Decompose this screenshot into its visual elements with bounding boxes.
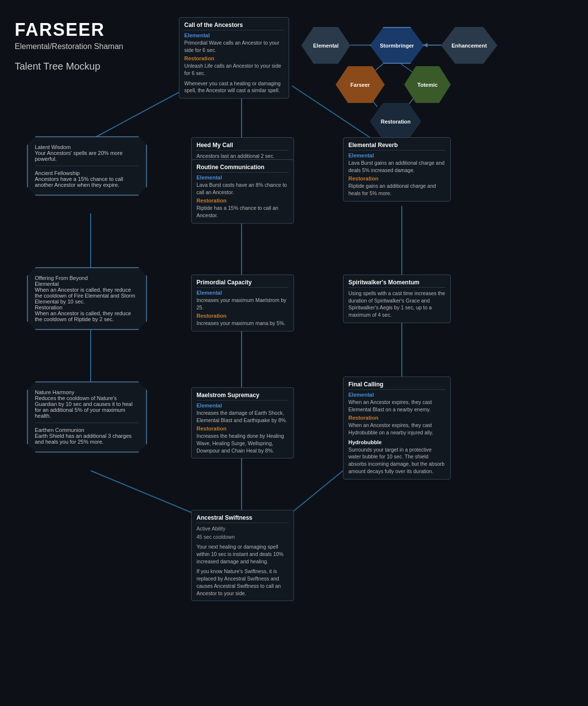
primordial-capacity-card: Primordial Capacity Elemental Increases … [191, 275, 294, 331]
svg-line-22 [292, 471, 343, 512]
call-of-ancestors-card: Call of the Ancestors Elemental Primordi… [179, 17, 289, 99]
title-sub: Elemental/Restoration Shaman [15, 42, 123, 51]
earthen-communion-title: Earthen Communion [35, 427, 139, 433]
hex-stormbringer[interactable]: Stormbringer [370, 27, 424, 64]
final-calling-title: Final Calling [348, 381, 445, 390]
maelstrom-supremacy-title: Maelstrom Supremacy [196, 392, 289, 401]
connector-lines [0, 0, 588, 706]
offering-from-beyond-card: Offering From Beyond Elemental When an A… [27, 267, 147, 330]
heed-my-call-title: Heed My Call [196, 142, 289, 151]
primordial-capacity-title: Primordial Capacity [196, 279, 289, 288]
routine-communication-card: Routine Communication Elemental Lava Bur… [191, 159, 294, 224]
latent-wisdom-title: Latent Wisdom [35, 144, 139, 150]
title-mockup: Talent Tree Mockup [15, 61, 123, 72]
page-wrapper: FARSEER Elemental/Restoration Shaman Tal… [0, 0, 588, 706]
offering-from-beyond-title: Offering From Beyond [35, 275, 139, 281]
hydrobubble-label: Hydrobubble [348, 439, 445, 445]
title-area: FARSEER Elemental/Restoration Shaman Tal… [15, 20, 123, 72]
call-of-ancestors-title: Call of the Ancestors [184, 22, 284, 30]
spiritwalker-momentum-title: Spiritwalker's Momentum [348, 279, 445, 288]
elemental-reverb-title: Elemental Reverb [348, 142, 445, 151]
nature-harmony-title: Nature Harmony [35, 389, 139, 395]
hex-elemental[interactable]: Elemental [301, 27, 350, 64]
maelstrom-supremacy-card: Maelstrom Supremacy Elemental Increases … [191, 387, 294, 458]
hex-farseer[interactable]: Farseer [336, 66, 385, 103]
left-top-octagon: Latent Wisdom Your Ancestors' spells are… [27, 136, 147, 196]
ancient-fellowship-title: Ancient Fellowship [35, 170, 139, 176]
elemental-reverb-card: Elemental Reverb Elemental Lava Burst ga… [343, 137, 451, 202]
spiritwalker-momentum-card: Spiritwalker's Momentum Using spells wit… [343, 275, 451, 323]
hex-restoration[interactable]: Restoration [370, 103, 421, 140]
svg-line-11 [91, 86, 191, 140]
ancestral-swiftness-title: Ancestral Swiftness [196, 514, 289, 523]
routine-communication-title: Routine Communication [196, 164, 289, 173]
svg-line-20 [91, 471, 191, 512]
ancestral-swiftness-card: Ancestral Swiftness Active Ability 45 se… [191, 510, 294, 601]
left-bottom-octagon: Nature Harmony Reduces the cooldown of N… [27, 381, 147, 453]
hex-totemic[interactable]: Totemic [404, 66, 451, 103]
final-calling-card: Final Calling Elemental When an Ancestor… [343, 377, 451, 479]
hex-enhancement[interactable]: Enhancement [441, 27, 497, 64]
title-main: FARSEER [15, 20, 123, 40]
